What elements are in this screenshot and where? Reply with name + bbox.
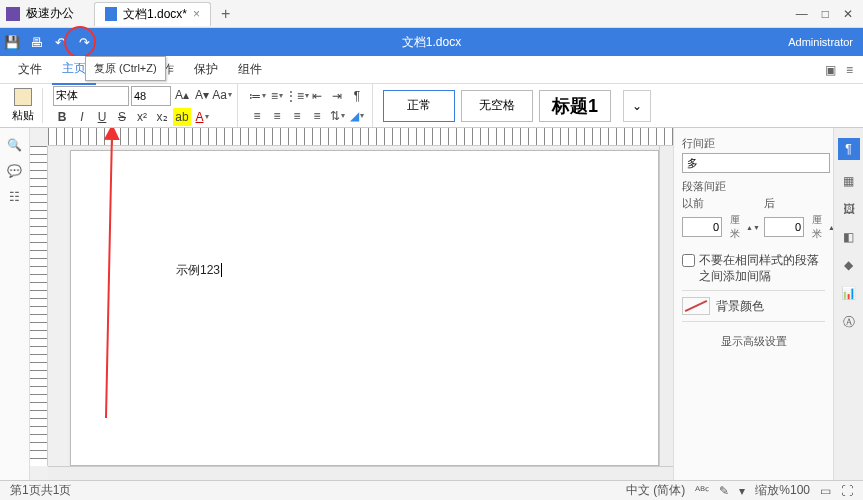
shape-icon[interactable]: ◆ xyxy=(844,258,853,272)
bgcolor-label: 背景颜色 xyxy=(716,298,764,315)
before-input[interactable] xyxy=(682,217,722,237)
workspace: 🔍 💬 ☷ 示例123 行间距 ▲▼ 段落间距 以前 厘米▲▼ 后 xyxy=(0,128,863,480)
document-tab[interactable]: 文档1.docx* × xyxy=(94,2,211,26)
paragraph-settings-icon[interactable]: ¶ xyxy=(838,138,860,160)
font-size-select[interactable] xyxy=(131,86,171,106)
strikethrough-icon[interactable]: S xyxy=(113,108,131,126)
subscript-icon[interactable]: x₂ xyxy=(153,108,171,126)
print-icon[interactable]: 🖶 xyxy=(24,35,48,50)
menu-file[interactable]: 文件 xyxy=(8,55,52,84)
menu-component[interactable]: 组件 xyxy=(228,55,272,84)
after-input[interactable] xyxy=(764,217,804,237)
advanced-link[interactable]: 显示高级设置 xyxy=(682,328,825,355)
text-cursor xyxy=(220,263,222,277)
decrease-indent-icon[interactable]: ⇤ xyxy=(308,87,326,105)
font-name-select[interactable] xyxy=(53,86,129,106)
language-status[interactable]: 中文 (简体) xyxy=(626,482,685,499)
after-label: 后 xyxy=(764,196,840,211)
menu-protect[interactable]: 保护 xyxy=(184,55,228,84)
style-nospace[interactable]: 无空格 xyxy=(461,90,533,122)
paragraph-group: ≔▾ ≡▾ ⋮≡▾ ⇤ ⇥ ¶ ≡ ≡ ≡ ≡ ⇅▾ ◢▾ xyxy=(242,84,373,127)
app-logo-icon xyxy=(6,7,20,21)
show-marks-icon[interactable]: ¶ xyxy=(348,87,366,105)
fit-page-icon[interactable]: ▭ xyxy=(820,484,831,498)
spellcheck-icon[interactable]: ᴬᴮᶜ xyxy=(695,484,709,498)
undo-tooltip: 复原 (Ctrl+Z) xyxy=(85,56,166,81)
window-controls: — □ ✕ xyxy=(796,7,863,21)
justify-icon[interactable]: ≡ xyxy=(308,107,326,125)
ribbon: 粘贴 A▴ A▾ Aa▾ B I U S x² x₂ ab A▾ xyxy=(0,84,863,128)
tab-title: 文档1.docx* xyxy=(123,6,187,23)
document-title: 文档1.docx xyxy=(402,34,461,51)
page-status: 第1页共1页 xyxy=(10,482,71,499)
italic-icon[interactable]: I xyxy=(73,108,91,126)
comments-icon[interactable]: 💬 xyxy=(7,164,22,178)
track-dropdown-icon[interactable]: ▾ xyxy=(739,484,745,498)
superscript-icon[interactable]: x² xyxy=(133,108,151,126)
image-icon[interactable]: 🖼 xyxy=(843,202,855,216)
document-body[interactable]: 示例123 xyxy=(176,241,222,283)
tab-close-icon[interactable]: × xyxy=(193,7,200,21)
highlight-icon[interactable]: ab xyxy=(173,108,191,126)
style-normal[interactable]: 正常 xyxy=(383,90,455,122)
search-icon[interactable]: 🔍 xyxy=(7,138,22,152)
header-footer-icon[interactable]: ◧ xyxy=(843,230,854,244)
redo-icon[interactable]: ↷ xyxy=(72,35,96,50)
change-case-icon[interactable]: Aa▾ xyxy=(213,86,231,104)
style-heading1[interactable]: 标题1 xyxy=(539,90,611,122)
zoom-status[interactable]: 缩放%100 xyxy=(755,482,810,499)
align-left-icon[interactable]: ≡ xyxy=(248,107,266,125)
align-right-icon[interactable]: ≡ xyxy=(288,107,306,125)
tab-strip: 文档1.docx* × + xyxy=(94,2,230,26)
paste-group: 粘贴 xyxy=(4,88,43,123)
spinner-icon[interactable]: ▲▼ xyxy=(746,224,758,231)
shading-icon[interactable]: ◢▾ xyxy=(348,107,366,125)
bullets-icon[interactable]: ≔▾ xyxy=(248,87,266,105)
document-page[interactable]: 示例123 xyxy=(70,150,659,466)
fit-width-icon[interactable]: ⛶ xyxy=(841,484,853,498)
linespacing-label: 行间距 xyxy=(682,136,825,151)
save-icon[interactable]: 💾 xyxy=(0,35,24,50)
styles-more-button[interactable]: ⌄ xyxy=(623,90,651,122)
underline-icon[interactable]: U xyxy=(93,108,111,126)
undo-icon[interactable]: ↶ xyxy=(48,35,72,50)
vertical-scrollbar[interactable] xyxy=(659,146,673,466)
new-tab-button[interactable]: + xyxy=(221,5,230,23)
bgcolor-swatch[interactable] xyxy=(682,297,710,315)
checkbox-input[interactable] xyxy=(682,254,695,267)
right-toolbar: ¶ ▦ 🖼 ◧ ◆ 📊 Ⓐ xyxy=(833,128,863,480)
editor-area: 示例123 xyxy=(30,128,673,480)
horizontal-ruler[interactable] xyxy=(48,128,673,146)
paste-label[interactable]: 粘贴 xyxy=(12,108,34,123)
linespacing-select[interactable] xyxy=(682,153,830,173)
numbering-icon[interactable]: ≡▾ xyxy=(268,87,286,105)
styles-group: 正常 无空格 标题1 ⌄ xyxy=(377,84,657,127)
multilevel-icon[interactable]: ⋮≡▾ xyxy=(288,87,306,105)
font-color-icon[interactable]: A▾ xyxy=(193,108,211,126)
line-spacing-icon[interactable]: ⇅▾ xyxy=(328,107,346,125)
track-changes-icon[interactable]: ✎ xyxy=(719,484,729,498)
divider xyxy=(682,321,825,322)
minimize-button[interactable]: — xyxy=(796,7,808,21)
open-file-icon[interactable]: ▣ xyxy=(825,63,836,77)
decrease-font-icon[interactable]: A▾ xyxy=(193,86,211,104)
menu-more-icon[interactable]: ≡ xyxy=(846,63,853,77)
textart-icon[interactable]: Ⓐ xyxy=(843,314,855,331)
document-icon xyxy=(105,7,117,21)
app-name: 极速办公 xyxy=(26,5,74,22)
paste-icon[interactable] xyxy=(14,88,32,106)
same-style-checkbox[interactable]: 不要在相同样式的段落之间添加间隔 xyxy=(682,253,825,284)
horizontal-scrollbar[interactable] xyxy=(48,466,673,480)
quick-access-bar: 💾 🖶 ↶ ↷ 文档1.docx Administrator xyxy=(0,28,863,56)
close-button[interactable]: ✕ xyxy=(843,7,853,21)
increase-indent-icon[interactable]: ⇥ xyxy=(328,87,346,105)
chart-icon[interactable]: 📊 xyxy=(841,286,856,300)
increase-font-icon[interactable]: A▴ xyxy=(173,86,191,104)
align-center-icon[interactable]: ≡ xyxy=(268,107,286,125)
headings-icon[interactable]: ☷ xyxy=(9,190,20,204)
maximize-button[interactable]: □ xyxy=(822,7,829,21)
table-icon[interactable]: ▦ xyxy=(843,174,854,188)
bold-icon[interactable]: B xyxy=(53,108,71,126)
paraspacing-label: 段落间距 xyxy=(682,179,825,194)
vertical-ruler[interactable] xyxy=(30,146,48,466)
